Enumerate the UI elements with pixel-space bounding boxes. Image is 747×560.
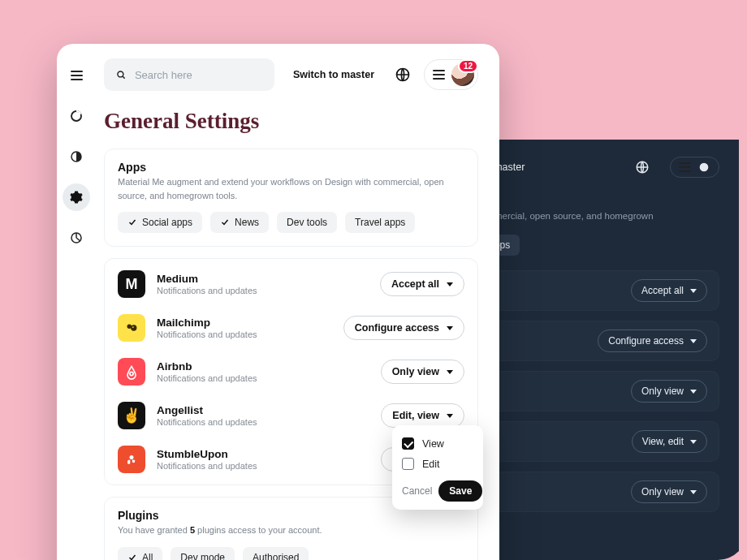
svg-point-10 [130, 372, 133, 375]
app-row-medium: M Medium Notifications and updates Accep… [118, 262, 464, 306]
rail-dashboard-button[interactable] [63, 102, 90, 130]
app-desc: Notifications and updates [157, 286, 369, 295]
popover-option-view[interactable]: View [402, 433, 473, 454]
search-icon [115, 68, 127, 81]
svg-point-8 [131, 325, 136, 330]
apps-subtext: Material Me augment and extend your work… [118, 175, 464, 202]
app-desc: Notifications and updates [157, 373, 369, 383]
check-icon [220, 218, 230, 227]
dark-action-button[interactable]: View, edit [632, 430, 707, 453]
mailchimp-icon [118, 314, 145, 342]
svg-point-9 [132, 326, 134, 328]
plugins-subtext: You have granted 5 plugins access to you… [118, 523, 464, 537]
dark-action-button[interactable]: Accept all [631, 279, 707, 302]
rail-analytics-button[interactable] [63, 224, 90, 252]
half-circle-icon [69, 149, 84, 164]
chevron-down-icon [690, 440, 697, 444]
chip-all[interactable]: All [118, 547, 162, 561]
topbar: Switch to master 12 [104, 58, 478, 91]
medium-icon: M [118, 270, 145, 298]
app-action-button[interactable]: Only view [381, 360, 464, 384]
app-action-button[interactable]: Configure access [343, 316, 464, 340]
avatar: 12 [451, 63, 474, 86]
page-title: General Settings [104, 109, 478, 134]
angellist-icon: ✌ [118, 402, 145, 429]
nav-rail [57, 44, 96, 560]
globe-icon [395, 67, 411, 83]
dark-action-button[interactable]: Configure access [598, 330, 707, 352]
plugins-heading: Plugins [118, 509, 464, 522]
app-name: Medium [157, 273, 369, 285]
save-button[interactable]: Save [438, 480, 482, 502]
app-desc: Notifications and updates [157, 461, 369, 471]
globe-button[interactable] [393, 65, 412, 84]
pie-icon [69, 230, 84, 245]
dark-action-button[interactable]: Only view [631, 480, 707, 503]
theme-icon [697, 161, 710, 174]
search-field[interactable] [104, 58, 274, 91]
svg-point-5 [118, 71, 123, 77]
chevron-down-icon [690, 390, 697, 394]
check-icon [127, 553, 137, 561]
hamburger-icon [679, 162, 691, 172]
stumbleupon-icon [118, 446, 145, 473]
globe-icon[interactable] [629, 154, 655, 180]
chip-social-apps[interactable]: Social apps [118, 212, 202, 233]
search-input[interactable] [135, 69, 263, 81]
app-name: Angellist [157, 404, 369, 416]
donut-icon [69, 109, 84, 123]
checkbox-icon[interactable] [402, 437, 414, 450]
popover-option-edit[interactable]: Edit [402, 454, 473, 474]
chevron-down-icon [690, 490, 697, 494]
app-row-airbnb: Airbnb Notifications and updates Only vi… [118, 350, 464, 394]
app-action-button[interactable]: Accept all [380, 272, 464, 296]
app-name: Mailchimp [157, 317, 332, 329]
notification-badge: 12 [458, 59, 478, 73]
switch-to-master-link[interactable]: Switch to master [286, 69, 382, 80]
chevron-down-icon [447, 282, 453, 286]
chevron-down-icon [447, 414, 453, 418]
chip-dev-mode[interactable]: Dev mode [171, 547, 235, 561]
chip-news[interactable]: News [210, 212, 269, 233]
dark-action-button[interactable]: Only view [631, 380, 707, 403]
apps-heading: Apps [118, 161, 464, 174]
chevron-down-icon [690, 339, 697, 343]
dark-menu-pill[interactable] [670, 157, 719, 178]
account-menu[interactable]: 12 [424, 59, 478, 90]
airbnb-icon [118, 358, 145, 386]
app-desc: Notifications and updates [157, 330, 332, 339]
rail-contrast-button[interactable] [63, 143, 90, 170]
cancel-button[interactable]: Cancel [402, 485, 432, 497]
svg-point-11 [130, 455, 134, 459]
chip-dev-tools[interactable]: Dev tools [277, 212, 337, 233]
rail-menu-button[interactable] [63, 62, 90, 89]
app-row-mailchimp: Mailchimp Notifications and updates Conf… [118, 306, 464, 350]
chevron-down-icon [447, 326, 453, 330]
apps-section: Apps Material Me augment and extend your… [104, 149, 478, 247]
svg-point-1 [700, 163, 709, 172]
chip-travel-apps[interactable]: Travel apps [345, 212, 415, 233]
app-name: Airbnb [157, 360, 369, 373]
chip-authorised[interactable]: Authorised [243, 547, 309, 561]
gear-icon [69, 190, 84, 205]
app-desc: Notifications and updates [157, 417, 369, 427]
app-name: StumbleUpon [157, 448, 369, 460]
checkbox-icon[interactable] [402, 458, 414, 470]
hamburger-icon [433, 70, 445, 80]
chevron-down-icon [690, 289, 697, 293]
check-icon [127, 218, 137, 227]
access-popover: View Edit Cancel Save [392, 425, 483, 510]
app-action-button[interactable]: Edit, view [381, 403, 464, 428]
hamburger-icon [71, 71, 83, 80]
chevron-down-icon [447, 370, 453, 374]
rail-settings-button[interactable] [63, 183, 90, 211]
